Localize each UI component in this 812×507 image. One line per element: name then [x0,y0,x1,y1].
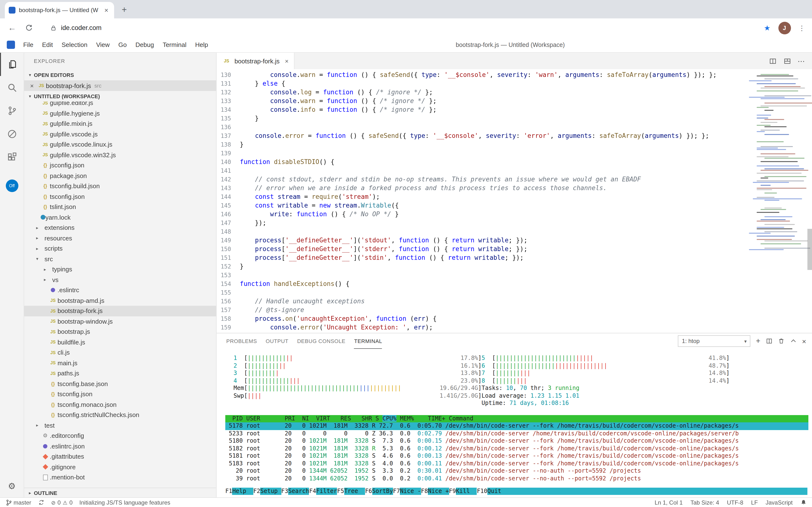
folder-test[interactable]: ▸test [24,420,216,431]
close-icon[interactable] [28,82,36,89]
search-icon[interactable] [0,76,24,99]
json-icon [41,163,50,168]
panel-tab-output[interactable]: OUTPUT [266,333,289,349]
file-yarn.lock[interactable]: yarn.lock [24,212,216,223]
settings-gear-icon[interactable] [8,481,16,492]
file-main.js[interactable]: main.js [24,358,216,368]
file-paths.js[interactable]: paths.js [24,368,216,379]
avatar[interactable]: J [778,21,791,34]
browser-tab[interactable]: bootstrap-fork.js — Untitled (W [5,2,114,18]
folder-scripts[interactable]: ▸scripts [24,243,216,254]
file-bootstrap-fork.js[interactable]: bootstrap-fork.js [24,306,216,316]
status-eol[interactable]: LF [751,499,758,506]
status-sync[interactable] [38,499,44,506]
file-gulpfile.vscode.win32.js[interactable]: gulpfile.vscode.win32.js [24,150,216,160]
extensions-icon[interactable] [0,146,24,169]
code-line-159: 159 console.error('Uncaught Exception: '… [216,323,812,332]
file-gulpfile.editor.js[interactable]: gulpfile.editor.js [24,102,216,108]
file-jsconfig.json[interactable]: jsconfig.json [24,160,216,171]
menu-file[interactable]: File [19,37,38,53]
back-icon[interactable] [7,23,17,33]
explorer-icon[interactable] [0,53,24,76]
editor-layout-icon[interactable] [784,57,791,65]
offline-toggle-badge[interactable]: Off [6,179,18,192]
menu-go[interactable]: Go [114,37,131,53]
code-line-137: 137 console.error = function () { safeSe… [216,131,812,140]
folder-resources[interactable]: ▸resources [24,233,216,243]
folder-vs[interactable]: ▸vs [24,275,216,285]
menu-edit[interactable]: Edit [38,37,57,53]
status-message[interactable]: Initializing JS/TS language features [79,499,170,506]
close-panel-icon[interactable]: × [802,337,806,345]
file-tsconfig.build.json[interactable]: tsconfig.build.json [24,181,216,191]
editor-tab[interactable]: bootstrap-fork.js [216,53,295,69]
status-line-col[interactable]: Ln 1, Col 1 [654,499,683,506]
file-gulpfile.vscode.linux.js[interactable]: gulpfile.vscode.linux.js [24,139,216,150]
maximize-panel-icon[interactable] [790,338,797,344]
menu-terminal[interactable]: Terminal [158,37,191,53]
file-.eslintrc[interactable]: .eslintrc [24,285,216,295]
folder-typings[interactable]: ▸typings [24,264,216,275]
open-editor-item[interactable]: bootstrap-fork.js src [24,80,216,91]
file-.mention-bot[interactable]: .mention-bot [24,472,216,483]
more-actions-icon[interactable] [798,57,805,65]
open-editors-header[interactable]: ▾ OPEN EDITORS [24,70,216,80]
file-buildfile.js[interactable]: buildfile.js [24,337,216,347]
file-.gitignore[interactable]: .gitignore [24,462,216,472]
folder-src[interactable]: ▾src [24,254,216,264]
file-gulpfile.mixin.js[interactable]: gulpfile.mixin.js [24,118,216,129]
terminal[interactable]: 1 [||||||||||||| 17.8%]5 [||||||||||||||… [216,349,812,497]
reload-icon[interactable] [25,24,36,32]
file-bootstrap-amd.js[interactable]: bootstrap-amd.js [24,295,216,306]
file-bootstrap-window.js[interactable]: bootstrap-window.js [24,316,216,327]
status-branch[interactable]: master [6,499,31,506]
menu-debug[interactable]: Debug [131,37,158,53]
bell-icon[interactable] [800,499,806,506]
menu-view[interactable]: View [92,37,114,53]
status-tab-size[interactable]: Tab Size: 4 [690,499,719,506]
code-editor[interactable]: 130 console.warn = function () { safeSen… [216,69,812,333]
file-package.json[interactable]: package.json [24,171,216,181]
file-tsconfig.strictNullChecks.json[interactable]: tsconfig.strictNullChecks.json [24,410,216,420]
split-editor-icon[interactable] [769,57,776,65]
status-encoding[interactable]: UTF-8 [727,499,743,506]
terminal-picker[interactable]: 1: htop [678,335,751,347]
file-.gitattributes[interactable]: .gitattributes [24,451,216,462]
tab-close-icon[interactable] [285,57,289,65]
file-tsconfig.monaco.json[interactable]: tsconfig.monaco.json [24,399,216,410]
file-cli.js[interactable]: cli.js [24,347,216,358]
folder-extensions[interactable]: ▸extensions [24,223,216,233]
file-gulpfile.hygiene.js[interactable]: gulpfile.hygiene.js [24,108,216,118]
panel-tab-problems[interactable]: PROBLEMS [226,333,257,349]
new-terminal-icon[interactable] [756,337,760,345]
split-terminal-icon[interactable] [766,338,772,344]
browser-menu-icon[interactable] [799,24,805,32]
tab-close-icon[interactable] [103,6,110,14]
panel-tab-debug-console[interactable]: DEBUG CONSOLE [297,333,346,349]
file-tslint.json[interactable]: tslint.json [24,202,216,212]
file-.editorconfig[interactable]: .editorconfig [24,431,216,441]
file-bootstrap.js[interactable]: bootstrap.js [24,327,216,337]
new-tab-button[interactable] [118,3,131,16]
bookmark-star-icon[interactable] [764,23,770,32]
menu-selection[interactable]: Selection [57,37,92,53]
htop-table-header: PID USER PRI NI VIRT RES SHR S CPU% MEM%… [225,415,808,422]
menu-help[interactable]: Help [191,37,212,53]
code-line-153: 153 [216,271,812,280]
status-language[interactable]: JavaScript [766,499,793,506]
source-control-icon[interactable] [0,99,24,122]
panel-tab-terminal[interactable]: TERMINAL [354,333,382,349]
minimap[interactable] [754,71,805,251]
kill-terminal-icon[interactable] [778,338,785,344]
status-problems[interactable]: 0 0 [51,499,72,506]
file-tsconfig.json[interactable]: tsconfig.json [24,389,216,399]
url-bar[interactable]: ide.coder.com [44,24,756,32]
outline-header[interactable]: ▸ OUTLINE [24,488,216,497]
file-gulpfile.vscode.js[interactable]: gulpfile.vscode.js [24,129,216,139]
editor-scrollbar[interactable] [807,229,812,270]
file-.eslintrc.json[interactable]: .eslintrc.json [24,441,216,451]
file-tsconfig.json[interactable]: tsconfig.json [24,191,216,202]
workspace-header[interactable]: ▾ UNTITLED (WORKSPACE) [24,91,216,102]
file-tsconfig.base.json[interactable]: tsconfig.base.json [24,379,216,389]
debug-icon[interactable] [0,122,24,146]
